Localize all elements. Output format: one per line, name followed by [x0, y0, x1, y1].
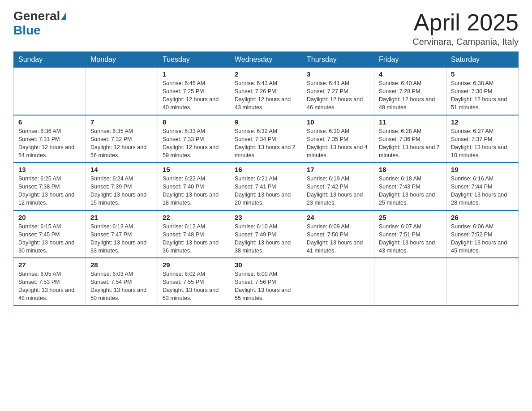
calendar-cell-w5-d3: 29Sunrise: 6:02 AM Sunset: 7:55 PM Dayli…: [158, 258, 230, 306]
calendar-cell-w5-d7: [446, 258, 519, 306]
week-row-1: 1Sunrise: 6:45 AM Sunset: 7:25 PM Daylig…: [14, 68, 519, 115]
day-info: Sunrise: 6:35 AM Sunset: 7:32 PM Dayligh…: [90, 127, 153, 160]
calendar-cell-w2-d6: 11Sunrise: 6:28 AM Sunset: 7:36 PM Dayli…: [374, 115, 446, 163]
day-number: 15: [163, 166, 225, 173]
day-number: 23: [235, 214, 297, 221]
day-number: 9: [235, 118, 297, 126]
day-info: Sunrise: 6:10 AM Sunset: 7:49 PM Dayligh…: [235, 223, 297, 255]
calendar-cell-w4-d6: 25Sunrise: 6:07 AM Sunset: 7:51 PM Dayli…: [374, 210, 446, 258]
day-number: 6: [18, 118, 81, 126]
calendar-cell-w3-d4: 16Sunrise: 6:21 AM Sunset: 7:41 PM Dayli…: [230, 163, 302, 210]
day-info: Sunrise: 6:18 AM Sunset: 7:43 PM Dayligh…: [379, 175, 442, 207]
header-sunday: Sunday: [14, 52, 86, 68]
day-number: 10: [307, 118, 369, 126]
day-number: 3: [307, 70, 369, 78]
day-number: 19: [451, 166, 514, 173]
day-info: Sunrise: 6:25 AM Sunset: 7:38 PM Dayligh…: [18, 175, 81, 207]
day-info: Sunrise: 6:38 AM Sunset: 7:30 PM Dayligh…: [451, 79, 514, 112]
calendar-cell-w4-d2: 21Sunrise: 6:13 AM Sunset: 7:47 PM Dayli…: [86, 210, 158, 258]
day-number: 11: [379, 118, 442, 126]
day-info: Sunrise: 6:19 AM Sunset: 7:42 PM Dayligh…: [307, 175, 369, 207]
day-info: Sunrise: 6:13 AM Sunset: 7:47 PM Dayligh…: [90, 223, 153, 255]
day-number: 30: [235, 261, 297, 269]
day-number: 7: [90, 118, 153, 126]
day-number: 17: [307, 166, 369, 173]
calendar-cell-w2-d4: 9Sunrise: 6:32 AM Sunset: 7:34 PM Daylig…: [230, 115, 302, 163]
day-info: Sunrise: 6:03 AM Sunset: 7:54 PM Dayligh…: [90, 270, 153, 303]
calendar-cell-w3-d7: 19Sunrise: 6:16 AM Sunset: 7:44 PM Dayli…: [446, 163, 519, 210]
day-number: 14: [90, 166, 153, 173]
logo-general-text: General: [13, 9, 60, 23]
header-friday: Friday: [374, 52, 446, 68]
header-wednesday: Wednesday: [230, 52, 302, 68]
calendar-cell-w2-d3: 8Sunrise: 6:33 AM Sunset: 7:33 PM Daylig…: [158, 115, 230, 163]
calendar-cell-w4-d5: 24Sunrise: 6:09 AM Sunset: 7:50 PM Dayli…: [302, 210, 374, 258]
day-info: Sunrise: 6:07 AM Sunset: 7:51 PM Dayligh…: [379, 223, 442, 255]
calendar-cell-w3-d3: 15Sunrise: 6:22 AM Sunset: 7:40 PM Dayli…: [158, 163, 230, 210]
day-number: 21: [90, 214, 153, 221]
day-info: Sunrise: 6:32 AM Sunset: 7:34 PM Dayligh…: [235, 127, 297, 160]
calendar-cell-w2-d7: 12Sunrise: 6:27 AM Sunset: 7:37 PM Dayli…: [446, 115, 519, 163]
logo-blue-text: Blue: [13, 23, 41, 37]
header-saturday: Saturday: [446, 52, 519, 68]
logo: General Blue: [13, 9, 67, 38]
day-info: Sunrise: 6:36 AM Sunset: 7:31 PM Dayligh…: [18, 127, 81, 160]
day-number: 28: [90, 261, 153, 269]
calendar-title: April 2025: [412, 9, 519, 36]
day-info: Sunrise: 6:41 AM Sunset: 7:27 PM Dayligh…: [307, 79, 369, 112]
calendar-cell-w1-d1: [14, 68, 86, 115]
header-monday: Monday: [86, 52, 158, 68]
calendar-cell-w4-d1: 20Sunrise: 6:15 AM Sunset: 7:45 PM Dayli…: [14, 210, 86, 258]
calendar-cell-w5-d5: [302, 258, 374, 306]
day-number: 1: [163, 70, 225, 78]
day-info: Sunrise: 6:43 AM Sunset: 7:26 PM Dayligh…: [235, 79, 297, 112]
calendar-cell-w1-d6: 4Sunrise: 6:40 AM Sunset: 7:28 PM Daylig…: [374, 68, 446, 115]
calendar-cell-w5-d6: [374, 258, 446, 306]
title-block: April 2025 Cervinara, Campania, Italy: [412, 9, 519, 47]
day-number: 20: [18, 214, 81, 221]
day-info: Sunrise: 6:02 AM Sunset: 7:55 PM Dayligh…: [163, 270, 225, 303]
calendar-location: Cervinara, Campania, Italy: [412, 37, 519, 47]
day-number: 13: [18, 166, 81, 173]
day-info: Sunrise: 6:21 AM Sunset: 7:41 PM Dayligh…: [235, 175, 297, 207]
day-info: Sunrise: 6:09 AM Sunset: 7:50 PM Dayligh…: [307, 223, 369, 255]
day-number: 18: [379, 166, 442, 173]
day-number: 26: [451, 214, 514, 221]
calendar-cell-w1-d4: 2Sunrise: 6:43 AM Sunset: 7:26 PM Daylig…: [230, 68, 302, 115]
day-number: 2: [235, 70, 297, 78]
day-number: 5: [451, 70, 514, 78]
calendar-cell-w3-d6: 18Sunrise: 6:18 AM Sunset: 7:43 PM Dayli…: [374, 163, 446, 210]
day-info: Sunrise: 6:15 AM Sunset: 7:45 PM Dayligh…: [18, 223, 81, 255]
day-info: Sunrise: 6:05 AM Sunset: 7:53 PM Dayligh…: [18, 270, 81, 303]
day-number: 24: [307, 214, 369, 221]
day-info: Sunrise: 6:12 AM Sunset: 7:48 PM Dayligh…: [163, 223, 225, 255]
day-number: 22: [163, 214, 225, 221]
day-info: Sunrise: 6:30 AM Sunset: 7:35 PM Dayligh…: [307, 127, 369, 160]
day-info: Sunrise: 6:33 AM Sunset: 7:33 PM Dayligh…: [163, 127, 225, 160]
header-thursday: Thursday: [302, 52, 374, 68]
calendar-cell-w3-d1: 13Sunrise: 6:25 AM Sunset: 7:38 PM Dayli…: [14, 163, 86, 210]
day-number: 25: [379, 214, 442, 221]
day-info: Sunrise: 6:45 AM Sunset: 7:25 PM Dayligh…: [163, 79, 225, 112]
calendar-cell-w5-d4: 30Sunrise: 6:00 AM Sunset: 7:56 PM Dayli…: [230, 258, 302, 306]
calendar-cell-w2-d2: 7Sunrise: 6:35 AM Sunset: 7:32 PM Daylig…: [86, 115, 158, 163]
day-number: 4: [379, 70, 442, 78]
day-info: Sunrise: 6:27 AM Sunset: 7:37 PM Dayligh…: [451, 127, 514, 160]
day-info: Sunrise: 6:16 AM Sunset: 7:44 PM Dayligh…: [451, 175, 514, 207]
calendar-cell-w1-d7: 5Sunrise: 6:38 AM Sunset: 7:30 PM Daylig…: [446, 68, 519, 115]
week-row-2: 6Sunrise: 6:36 AM Sunset: 7:31 PM Daylig…: [14, 115, 519, 163]
week-row-4: 20Sunrise: 6:15 AM Sunset: 7:45 PM Dayli…: [14, 210, 519, 258]
day-info: Sunrise: 6:24 AM Sunset: 7:39 PM Dayligh…: [90, 175, 153, 207]
day-info: Sunrise: 6:22 AM Sunset: 7:40 PM Dayligh…: [163, 175, 225, 207]
day-info: Sunrise: 6:00 AM Sunset: 7:56 PM Dayligh…: [235, 270, 297, 303]
header-tuesday: Tuesday: [158, 52, 230, 68]
logo-triangle-icon: [61, 12, 66, 20]
week-row-3: 13Sunrise: 6:25 AM Sunset: 7:38 PM Dayli…: [14, 163, 519, 210]
calendar-cell-w2-d5: 10Sunrise: 6:30 AM Sunset: 7:35 PM Dayli…: [302, 115, 374, 163]
calendar-table: Sunday Monday Tuesday Wednesday Thursday…: [13, 51, 519, 306]
calendar-cell-w1-d2: [86, 68, 158, 115]
weekday-header-row: Sunday Monday Tuesday Wednesday Thursday…: [14, 52, 519, 68]
calendar-cell-w1-d3: 1Sunrise: 6:45 AM Sunset: 7:25 PM Daylig…: [158, 68, 230, 115]
calendar-cell-w5-d1: 27Sunrise: 6:05 AM Sunset: 7:53 PM Dayli…: [14, 258, 86, 306]
day-info: Sunrise: 6:28 AM Sunset: 7:36 PM Dayligh…: [379, 127, 442, 160]
